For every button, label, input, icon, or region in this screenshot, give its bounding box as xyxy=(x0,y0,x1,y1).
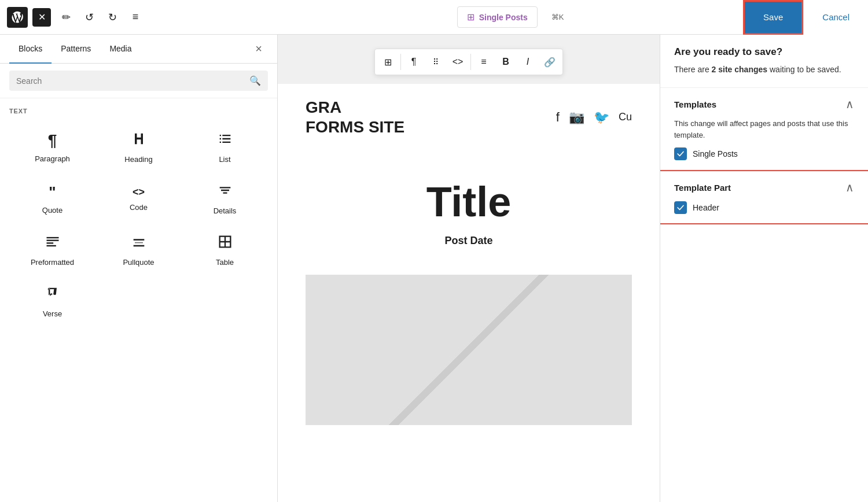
grid-icon: ⊞ xyxy=(467,12,475,23)
paragraph-icon: ¶ xyxy=(48,131,57,150)
preformatted-label: Preformatted xyxy=(31,258,74,267)
header-checkbox-row: Header xyxy=(674,201,854,214)
custom-nav-text: Cu xyxy=(619,111,632,123)
block-details[interactable]: Details xyxy=(182,173,268,224)
svg-rect-1 xyxy=(46,240,58,241)
list-icon xyxy=(217,131,233,150)
single-posts-checkbox[interactable] xyxy=(674,147,687,160)
sidebar-close-button[interactable]: × xyxy=(249,40,268,58)
site-header: GRA FORMS SITE f 📷 🐦 Cu xyxy=(278,84,660,150)
block-heading[interactable]: Heading xyxy=(95,121,182,173)
header-checkbox[interactable] xyxy=(674,201,687,214)
twitter-icon: 🐦 xyxy=(594,110,609,125)
topbar-tools: ✏ ↺ ↻ ≡ xyxy=(56,7,146,28)
keyboard-shortcut: ⌘K xyxy=(551,13,564,21)
site-title-label: Single Posts xyxy=(479,13,528,22)
canvas-italic-tool[interactable]: I xyxy=(517,51,538,72)
verse-label: Verse xyxy=(43,309,62,318)
text-section-label: TEXT xyxy=(9,108,268,115)
menu-button[interactable]: ≡ xyxy=(125,7,146,28)
table-icon xyxy=(217,234,233,253)
preformatted-icon xyxy=(45,234,61,253)
post-date: Post Date xyxy=(306,235,632,247)
search-box: 🔍 xyxy=(9,71,268,91)
header-label: Header xyxy=(693,203,719,212)
table-label: Table xyxy=(216,258,234,267)
save-panel-desc: There are 2 site changes waiting to be s… xyxy=(674,64,854,76)
svg-rect-0 xyxy=(46,237,58,238)
search-icon: 🔍 xyxy=(249,75,261,86)
site-title-line1: GRA xyxy=(306,98,404,117)
templates-section-header: Templates ∧ xyxy=(674,97,854,111)
templates-section-title: Templates xyxy=(674,99,716,109)
search-input[interactable] xyxy=(16,76,245,86)
post-title-section: Title Post Date xyxy=(278,150,660,275)
canvas-link-tool[interactable]: 🔗 xyxy=(539,51,560,72)
svg-rect-3 xyxy=(46,245,56,246)
list-label: List xyxy=(219,155,230,164)
canvas-paragraph-tool[interactable]: ¶ xyxy=(403,51,424,72)
site-nav: f 📷 🐦 Cu xyxy=(556,110,632,125)
templates-collapse-button[interactable]: ∧ xyxy=(845,97,854,111)
template-part-section: Template Part ∧ Header xyxy=(660,170,868,224)
canvas-bold-tool[interactable]: B xyxy=(495,51,516,72)
paragraph-label: Paragraph xyxy=(35,154,70,163)
topbar: ✕ ✏ ↺ ↻ ≡ ⊞ Single Posts ⌘K Save Cancel xyxy=(0,0,868,35)
topbar-left: ✕ ✏ ↺ ↻ ≡ xyxy=(0,7,278,28)
code-label: Code xyxy=(130,203,148,212)
redo-button[interactable]: ↻ xyxy=(102,7,123,28)
block-code[interactable]: <> Code xyxy=(95,173,182,224)
svg-rect-2 xyxy=(46,242,53,243)
main-layout: Blocks Patterns Media × 🔍 TEXT ¶ Paragra… xyxy=(0,35,868,502)
tab-patterns[interactable]: Patterns xyxy=(52,35,100,64)
heading-label: Heading xyxy=(124,155,152,164)
pen-tool-button[interactable]: ✏ xyxy=(56,7,76,28)
verse-icon xyxy=(45,285,61,305)
details-icon xyxy=(217,182,233,202)
tab-media[interactable]: Media xyxy=(100,35,141,64)
cancel-button[interactable]: Cancel xyxy=(803,0,868,35)
wp-logo-icon xyxy=(7,7,28,28)
tab-blocks[interactable]: Blocks xyxy=(9,35,52,64)
canvas-nav-tool[interactable]: <> xyxy=(447,51,468,72)
topbar-right: Save Cancel xyxy=(743,0,868,35)
pullquote-label: Pullquote xyxy=(123,258,154,267)
quote-icon: " xyxy=(49,183,56,201)
save-panel-title: Are you ready to save? xyxy=(674,46,854,58)
site-title-button[interactable]: ⊞ Single Posts xyxy=(457,6,538,28)
block-list[interactable]: List xyxy=(182,121,268,173)
block-paragraph[interactable]: ¶ Paragraph xyxy=(9,121,95,173)
canvas-toolbar: ⊞ ¶ ⠿ <> ≡ B I 🔗 xyxy=(374,49,563,75)
heading-icon xyxy=(131,131,147,150)
canvas-content-icon[interactable]: ⊞ xyxy=(377,51,398,72)
canvas-inner: GRA FORMS SITE f 📷 🐦 Cu Title Post Date xyxy=(278,84,660,502)
single-posts-checkbox-row: Single Posts xyxy=(674,147,854,160)
block-table[interactable]: Table xyxy=(182,224,268,276)
template-part-collapse-button[interactable]: ∧ xyxy=(845,180,854,194)
canvas-drag-tool[interactable]: ⠿ xyxy=(425,51,446,72)
block-pullquote[interactable]: Pullquote xyxy=(95,224,182,276)
left-sidebar: Blocks Patterns Media × 🔍 TEXT ¶ Paragra… xyxy=(0,35,278,502)
changes-count: 2 site changes xyxy=(712,65,768,74)
template-part-section-header: Template Part ∧ xyxy=(674,180,854,194)
canvas-align-tool[interactable]: ≡ xyxy=(473,51,494,72)
templates-section-desc: This change will affect pages and posts … xyxy=(674,118,854,141)
post-title: Title xyxy=(306,178,632,226)
topbar-center: ⊞ Single Posts ⌘K xyxy=(278,6,743,28)
sidebar-tabs: Blocks Patterns Media × xyxy=(0,35,277,64)
quote-label: Quote xyxy=(42,206,62,215)
blocks-grid: ¶ Paragraph Heading List xyxy=(9,121,268,327)
sidebar-search: 🔍 xyxy=(0,64,277,98)
block-quote[interactable]: " Quote xyxy=(9,173,95,224)
undo-button[interactable]: ↺ xyxy=(79,7,100,28)
block-verse[interactable]: Verse xyxy=(9,276,95,327)
toolbar-separator-1 xyxy=(400,54,401,70)
toolbar-separator-2 xyxy=(470,54,471,70)
save-button[interactable]: Save xyxy=(743,0,803,35)
facebook-icon: f xyxy=(556,110,560,125)
single-posts-label: Single Posts xyxy=(693,149,738,158)
close-button[interactable]: ✕ xyxy=(32,8,51,27)
block-preformatted[interactable]: Preformatted xyxy=(9,224,95,276)
canvas-page: GRA FORMS SITE f 📷 🐦 Cu Title Post Date xyxy=(278,84,660,502)
post-featured-image xyxy=(306,275,632,425)
